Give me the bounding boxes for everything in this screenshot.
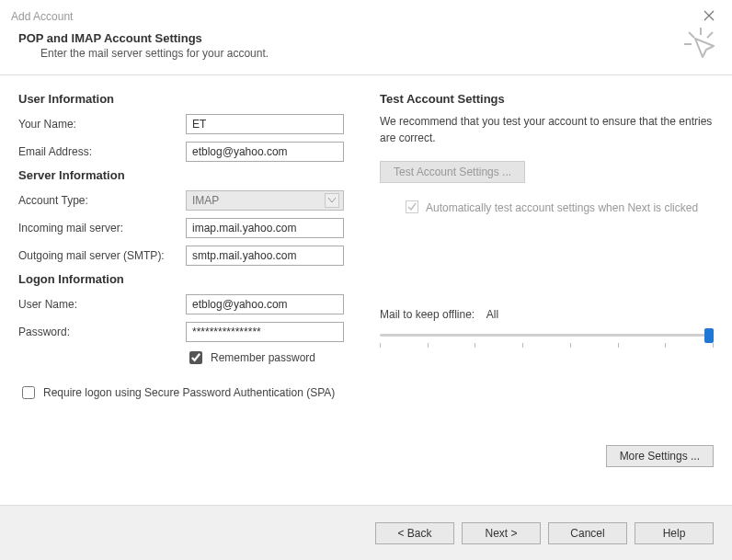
your-name-field[interactable] <box>186 114 344 134</box>
auto-test-label: Automatically test account settings when… <box>426 200 698 216</box>
auto-test-checkbox <box>406 200 418 213</box>
account-type-value: IMAP <box>192 194 219 207</box>
user-name-field[interactable] <box>186 294 344 314</box>
require-spa-checkbox[interactable] <box>22 386 35 399</box>
outgoing-server-label: Outgoing mail server (SMTP): <box>18 249 186 262</box>
incoming-server-label: Incoming mail server: <box>18 222 186 234</box>
header-divider <box>0 74 732 75</box>
email-address-label: Email Address: <box>18 145 186 158</box>
chevron-down-icon <box>325 193 339 208</box>
outgoing-server-field[interactable] <box>186 246 344 266</box>
your-name-label: Your Name: <box>18 118 186 131</box>
close-icon[interactable] <box>695 8 723 25</box>
slider-track <box>380 334 714 337</box>
next-button[interactable]: Next > <box>462 522 541 544</box>
remember-password-label: Remember password <box>211 351 315 364</box>
password-label: Password: <box>18 326 186 338</box>
wizard-cursor-icon <box>682 26 719 63</box>
email-address-field[interactable] <box>186 142 344 162</box>
user-name-label: User Name: <box>18 298 186 311</box>
mail-offline-value: All <box>486 308 498 321</box>
user-information-heading: User Information <box>18 92 352 106</box>
test-account-settings-button[interactable]: Test Account Settings ... <box>380 161 525 183</box>
svg-line-3 <box>707 32 713 38</box>
page-title: POP and IMAP Account Settings <box>18 31 714 45</box>
cancel-button[interactable]: Cancel <box>548 522 627 544</box>
mail-offline-slider[interactable] <box>380 328 714 352</box>
server-information-heading: Server Information <box>18 168 352 182</box>
back-button[interactable]: < Back <box>375 522 454 544</box>
page-subtitle: Enter the mail server settings for your … <box>40 47 714 60</box>
help-button[interactable]: Help <box>635 522 714 544</box>
test-account-settings-heading: Test Account Settings <box>380 92 714 106</box>
mail-offline-label: Mail to keep offline: <box>380 308 475 321</box>
slider-thumb[interactable] <box>704 328 714 343</box>
require-spa-label: Require logon using Secure Password Auth… <box>43 386 335 399</box>
more-settings-button[interactable]: More Settings ... <box>606 445 714 467</box>
slider-ticks <box>380 343 714 349</box>
account-type-label: Account Type: <box>18 194 186 207</box>
password-field[interactable] <box>186 322 344 342</box>
test-account-settings-description: We recommend that you test your account … <box>380 113 714 146</box>
window-title: Add Account <box>11 10 73 23</box>
incoming-server-field[interactable] <box>186 218 344 238</box>
account-type-select: IMAP <box>186 190 344 211</box>
remember-password-checkbox[interactable] <box>189 351 202 364</box>
svg-line-2 <box>689 32 694 38</box>
logon-information-heading: Logon Information <box>18 272 352 286</box>
